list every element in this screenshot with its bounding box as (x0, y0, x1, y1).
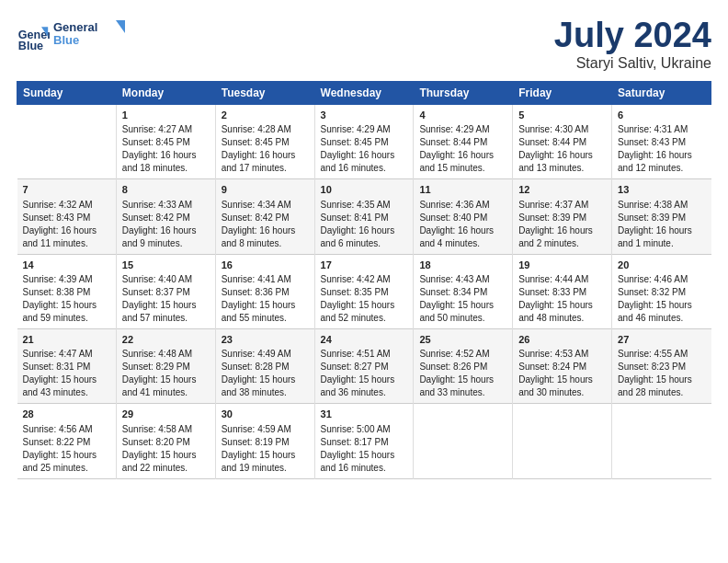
calendar-cell: 26Sunrise: 4:53 AM Sunset: 8:24 PM Dayli… (513, 328, 612, 403)
calendar-cell: 3Sunrise: 4:29 AM Sunset: 8:45 PM Daylig… (314, 104, 414, 178)
calendar-cell (612, 404, 711, 478)
svg-text:Blue: Blue (18, 39, 43, 52)
day-header: Wednesday (314, 81, 414, 104)
calendar-cell: 19Sunrise: 4:44 AM Sunset: 8:33 PM Dayli… (513, 254, 612, 328)
calendar-cell: 8Sunrise: 4:33 AM Sunset: 8:42 PM Daylig… (116, 179, 215, 254)
calendar-cell: 15Sunrise: 4:40 AM Sunset: 8:37 PM Dayli… (116, 254, 215, 328)
cell-content: Sunrise: 4:51 AM Sunset: 8:27 PM Dayligh… (321, 348, 408, 399)
day-number: 31 (321, 408, 408, 421)
calendar-cell (513, 404, 612, 478)
calendar-cell: 7Sunrise: 4:32 AM Sunset: 8:43 PM Daylig… (17, 179, 117, 254)
calendar-cell: 21Sunrise: 4:47 AM Sunset: 8:31 PM Dayli… (17, 328, 117, 403)
day-header: Saturday (612, 81, 711, 104)
day-number: 10 (321, 183, 408, 197)
day-number: 21 (23, 333, 110, 347)
cell-content: Sunrise: 4:38 AM Sunset: 8:39 PM Dayligh… (618, 199, 705, 250)
day-number: 19 (518, 259, 606, 272)
day-number: 7 (23, 183, 110, 197)
calendar-cell: 23Sunrise: 4:49 AM Sunset: 8:28 PM Dayli… (215, 328, 314, 403)
day-header: Sunday (17, 81, 117, 104)
cell-content: Sunrise: 4:37 AM Sunset: 8:39 PM Dayligh… (518, 199, 606, 250)
cell-content: Sunrise: 4:44 AM Sunset: 8:33 PM Dayligh… (518, 273, 606, 325)
cell-content: Sunrise: 5:00 AM Sunset: 8:17 PM Dayligh… (321, 423, 408, 475)
svg-marker-5 (116, 20, 125, 33)
week-row: 14Sunrise: 4:39 AM Sunset: 8:38 PM Dayli… (17, 254, 711, 328)
day-header: Tuesday (215, 81, 314, 104)
calendar-cell: 13Sunrise: 4:38 AM Sunset: 8:39 PM Dayli… (612, 179, 711, 254)
day-number: 17 (321, 259, 408, 272)
day-number: 13 (618, 183, 705, 197)
header: General Blue General Blue July 2024 Star… (17, 17, 711, 72)
day-number: 1 (122, 109, 210, 122)
day-number: 16 (222, 259, 309, 272)
week-row: 21Sunrise: 4:47 AM Sunset: 8:31 PM Dayli… (17, 328, 711, 403)
cell-content: Sunrise: 4:46 AM Sunset: 8:32 PM Dayligh… (618, 273, 705, 325)
cell-content: Sunrise: 4:55 AM Sunset: 8:23 PM Dayligh… (618, 348, 705, 399)
calendar-cell: 5Sunrise: 4:30 AM Sunset: 8:44 PM Daylig… (513, 104, 612, 178)
page-container: General Blue General Blue July 2024 Star… (0, 0, 728, 488)
day-number: 12 (518, 183, 606, 197)
subtitle: Staryi Saltiv, Ukraine (554, 55, 711, 72)
calendar-cell: 25Sunrise: 4:52 AM Sunset: 8:26 PM Dayli… (414, 328, 513, 403)
main-title: July 2024 (554, 17, 711, 55)
day-number: 18 (419, 259, 506, 272)
day-number: 25 (419, 333, 506, 347)
logo-icon: General Blue (17, 20, 50, 53)
logo: General Blue General Blue (17, 17, 127, 56)
day-number: 6 (618, 109, 705, 122)
calendar-cell: 20Sunrise: 4:46 AM Sunset: 8:32 PM Dayli… (612, 254, 711, 328)
week-row: 28Sunrise: 4:56 AM Sunset: 8:22 PM Dayli… (17, 404, 711, 478)
calendar-cell: 22Sunrise: 4:48 AM Sunset: 8:29 PM Dayli… (116, 328, 215, 403)
calendar-cell: 9Sunrise: 4:34 AM Sunset: 8:42 PM Daylig… (215, 179, 314, 254)
cell-content: Sunrise: 4:36 AM Sunset: 8:40 PM Dayligh… (419, 199, 506, 250)
cell-content: Sunrise: 4:28 AM Sunset: 8:45 PM Dayligh… (222, 123, 309, 175)
cell-content: Sunrise: 4:59 AM Sunset: 8:19 PM Dayligh… (222, 423, 309, 475)
logo-text: General Blue (53, 17, 127, 56)
calendar-cell: 28Sunrise: 4:56 AM Sunset: 8:22 PM Dayli… (17, 404, 117, 478)
day-number: 26 (518, 333, 606, 347)
calendar-cell: 10Sunrise: 4:35 AM Sunset: 8:41 PM Dayli… (314, 179, 414, 254)
calendar-cell: 27Sunrise: 4:55 AM Sunset: 8:23 PM Dayli… (612, 328, 711, 403)
cell-content: Sunrise: 4:42 AM Sunset: 8:35 PM Dayligh… (321, 273, 408, 325)
cell-content: Sunrise: 4:47 AM Sunset: 8:31 PM Dayligh… (23, 348, 110, 399)
calendar-table: SundayMondayTuesdayWednesdayThursdayFrid… (17, 81, 711, 479)
cell-content: Sunrise: 4:49 AM Sunset: 8:28 PM Dayligh… (222, 348, 309, 399)
svg-text:Blue: Blue (53, 33, 79, 47)
day-number: 28 (23, 408, 110, 421)
day-number: 29 (122, 408, 210, 421)
cell-content: Sunrise: 4:53 AM Sunset: 8:24 PM Dayligh… (518, 348, 606, 399)
day-number: 23 (222, 333, 309, 347)
calendar-cell: 6Sunrise: 4:31 AM Sunset: 8:43 PM Daylig… (612, 104, 711, 178)
day-number: 4 (419, 109, 506, 122)
day-number: 30 (222, 408, 309, 421)
cell-content: Sunrise: 4:29 AM Sunset: 8:45 PM Dayligh… (321, 123, 408, 175)
day-number: 11 (419, 183, 506, 197)
cell-content: Sunrise: 4:29 AM Sunset: 8:44 PM Dayligh… (419, 123, 506, 175)
week-row: 1Sunrise: 4:27 AM Sunset: 8:45 PM Daylig… (17, 104, 711, 178)
calendar-cell: 12Sunrise: 4:37 AM Sunset: 8:39 PM Dayli… (513, 179, 612, 254)
calendar-cell (414, 404, 513, 478)
day-number: 9 (222, 183, 309, 197)
calendar-cell: 29Sunrise: 4:58 AM Sunset: 8:20 PM Dayli… (116, 404, 215, 478)
cell-content: Sunrise: 4:31 AM Sunset: 8:43 PM Dayligh… (618, 123, 705, 175)
day-header: Thursday (414, 81, 513, 104)
day-number: 15 (122, 259, 210, 272)
calendar-cell: 30Sunrise: 4:59 AM Sunset: 8:19 PM Dayli… (215, 404, 314, 478)
day-number: 8 (122, 183, 210, 197)
cell-content: Sunrise: 4:34 AM Sunset: 8:42 PM Dayligh… (222, 199, 309, 250)
cell-content: Sunrise: 4:40 AM Sunset: 8:37 PM Dayligh… (122, 273, 210, 325)
calendar-cell: 17Sunrise: 4:42 AM Sunset: 8:35 PM Dayli… (314, 254, 414, 328)
calendar-cell: 11Sunrise: 4:36 AM Sunset: 8:40 PM Dayli… (414, 179, 513, 254)
calendar-cell: 24Sunrise: 4:51 AM Sunset: 8:27 PM Dayli… (314, 328, 414, 403)
calendar-cell (17, 104, 117, 178)
day-number: 24 (321, 333, 408, 347)
calendar-cell: 16Sunrise: 4:41 AM Sunset: 8:36 PM Dayli… (215, 254, 314, 328)
day-number: 27 (618, 333, 705, 347)
calendar-cell: 31Sunrise: 5:00 AM Sunset: 8:17 PM Dayli… (314, 404, 414, 478)
day-number: 14 (23, 259, 110, 272)
day-number: 2 (222, 109, 309, 122)
calendar-cell: 18Sunrise: 4:43 AM Sunset: 8:34 PM Dayli… (414, 254, 513, 328)
cell-content: Sunrise: 4:48 AM Sunset: 8:29 PM Dayligh… (122, 348, 210, 399)
cell-content: Sunrise: 4:27 AM Sunset: 8:45 PM Dayligh… (122, 123, 210, 175)
cell-content: Sunrise: 4:32 AM Sunset: 8:43 PM Dayligh… (23, 199, 110, 250)
